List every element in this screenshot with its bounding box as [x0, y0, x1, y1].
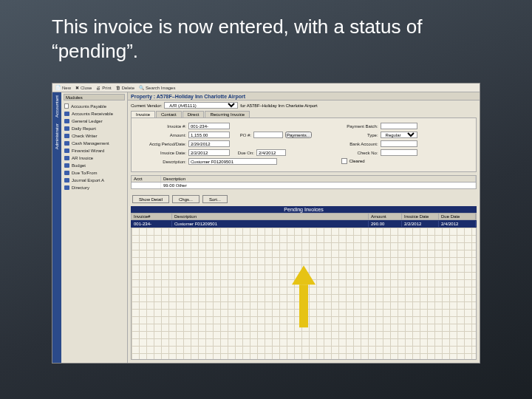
col-desc: Description [161, 176, 476, 182]
sidebar-item-ap[interactable]: Accounts Payable [64, 102, 125, 110]
invoice-date-field[interactable] [188, 149, 230, 156]
sidebar-item-gl[interactable]: General Ledger [64, 117, 125, 125]
sidebar-item-checkwriter[interactable]: Check Writer [64, 132, 125, 140]
vendor-label: Current Vendor: [131, 103, 162, 108]
chgs-button[interactable]: Chgs... [172, 195, 200, 203]
sidebar-item-directory[interactable]: Directory [64, 184, 125, 191]
due-field[interactable] [256, 149, 286, 156]
tab-invoice[interactable]: Invoice [131, 111, 155, 117]
invoice-no-field[interactable] [188, 123, 230, 129]
folder-icon [64, 112, 69, 116]
bank-label: Bank Account: [341, 142, 378, 146]
vendor-select[interactable]: A/R (A45111) [164, 102, 238, 109]
payments-button[interactable]: Payments... [285, 132, 312, 138]
form-panel: Invoice #: Amount:PO #:Payments... Acctg… [131, 117, 477, 172]
pending-invoices-header: Pending Invoices [131, 206, 477, 213]
side-tab-a[interactable]: Accountant [55, 95, 59, 117]
line-item-row[interactable]: 99.00 Other [132, 183, 476, 188]
invoice-no-label: Invoice #: [137, 124, 186, 129]
po-label: PO #: [232, 133, 251, 137]
amount-label: Amount: [137, 133, 186, 137]
desc-label: Description: [137, 160, 186, 164]
callout-arrow-icon [292, 265, 316, 327]
bank-field[interactable] [381, 140, 417, 147]
posting-label: Acctg Period/Date: [137, 142, 186, 146]
check-field[interactable] [381, 149, 417, 156]
sidebar-item-journal[interactable]: Journal Export A [64, 177, 125, 184]
application-window: 📄New ✖Close 🖨Print 🗑Delete 🔍Search Image… [52, 83, 480, 364]
type-label: Type: [341, 133, 378, 137]
vendor-for: for A578F–Holiday Inn Charlotte Airport [240, 103, 317, 108]
nav-panel: Modules Accounts Payable Accounts Receiv… [61, 92, 128, 363]
show-detail-button[interactable]: Show Detail [132, 195, 169, 203]
side-tabs: Accountant Administrator [52, 92, 61, 363]
tab-direct[interactable]: Direct [183, 111, 205, 117]
nav-title: Modules [64, 94, 125, 100]
new-button[interactable]: 📄New [55, 85, 71, 90]
folder-icon [64, 171, 69, 175]
close-button[interactable]: ✖Close [75, 85, 92, 90]
slide-title: This invoice is now entered, with a stat… [52, 15, 488, 63]
amount-field[interactable] [188, 132, 230, 138]
sidebar-item-ar[interactable]: Accounts Receivable [64, 110, 125, 117]
delete-button[interactable]: 🗑Delete [116, 86, 134, 90]
cleared-checkbox[interactable] [341, 158, 347, 164]
folder-icon [64, 141, 69, 146]
document-icon [64, 103, 69, 109]
sidebar-item-daily[interactable]: Daily Report [64, 125, 125, 132]
sidebar-item-budget[interactable]: Budget [64, 162, 125, 169]
tab-contact[interactable]: Contact [156, 111, 182, 117]
toolbar: 📄New ✖Close 🖨Print 🗑Delete 🔍Search Image… [52, 83, 480, 92]
pending-grid-head: Invoice# Description Amount Invoice Date… [131, 213, 477, 220]
property-bar: Property : A578F–Holiday Inn Charlotte A… [128, 92, 480, 100]
folder-icon [64, 134, 69, 138]
col-acct: Acct [132, 176, 161, 182]
tabs: Invoice Contact Direct Recurring Invoice [128, 111, 480, 117]
invoice-date-label: Invoice Date: [137, 151, 186, 155]
sort-button[interactable]: Sort... [202, 195, 228, 203]
check-label: Check No: [341, 151, 378, 155]
folder-icon [64, 126, 69, 131]
desc-field[interactable] [188, 158, 277, 165]
tab-recurring[interactable]: Recurring Invoice [205, 111, 250, 117]
folder-icon [64, 119, 69, 123]
po-field[interactable] [253, 132, 283, 138]
sidebar-item-cash[interactable]: Cash Management [64, 140, 125, 147]
main-panel: Property : A578F–Holiday Inn Charlotte A… [128, 92, 480, 363]
pending-invoice-row[interactable]: 001-234- Customer F01209501 290.00 2/2/2… [131, 220, 477, 228]
folder-icon [64, 149, 69, 153]
vendor-row: Current Vendor: A/R (A45111) for A578F–H… [128, 100, 480, 110]
line-items-grid: AcctDescription 99.00 Other [131, 175, 477, 189]
pending-grid-body [131, 228, 477, 360]
folder-icon [64, 163, 69, 168]
print-button[interactable]: 🖨Print [96, 86, 111, 90]
payment-batch-field[interactable] [381, 123, 417, 129]
folder-icon [64, 185, 69, 190]
side-tab-b[interactable]: Administrator [55, 123, 59, 149]
sidebar-item-dueto[interactable]: Due To/From [64, 169, 125, 177]
sidebar-item-finwiz[interactable]: Financial Wizard [64, 147, 125, 154]
folder-icon [64, 178, 69, 183]
posting-field[interactable] [188, 140, 230, 147]
due-label: Due On: [232, 151, 254, 155]
type-select[interactable]: Regular [381, 132, 417, 138]
sidebar-item-arinv[interactable]: AR Invoice [64, 154, 125, 162]
search-images-button[interactable]: 🔍Search Images [139, 85, 175, 90]
cleared-label: Cleared [349, 159, 365, 163]
payment-batch-label: Payment Batch: [341, 124, 378, 129]
folder-icon [64, 156, 69, 160]
